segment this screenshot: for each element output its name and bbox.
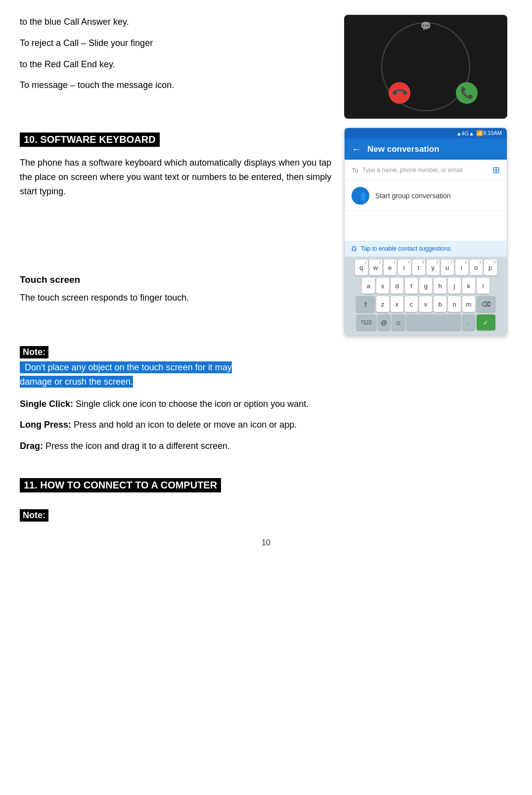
reject-call-button[interactable]: 📞 — [389, 82, 410, 104]
dot-key[interactable]: . — [462, 314, 475, 330]
note1-label: Note: — [20, 346, 48, 358]
num-key[interactable]: ?123 — [356, 314, 376, 330]
interaction-descriptions: Single Click: Single click one icon to c… — [20, 397, 512, 453]
empty-area — [345, 211, 507, 241]
shift-key[interactable]: ⇧ — [356, 296, 375, 312]
single-click-term: Single Click: — [20, 399, 73, 409]
group-conversation-row[interactable]: 👥 Start group conversation — [345, 181, 507, 211]
key-n[interactable]: n — [448, 296, 461, 312]
android-screenshot-container: ▲4G▲ 📶8:10AM ← New conversation To Type … — [344, 128, 512, 336]
long-press-term: Long Press: — [20, 420, 71, 430]
touchscreen-heading: Touch screen — [20, 272, 334, 287]
accept-call-button[interactable]: 📞 — [456, 82, 478, 104]
send-key[interactable]: ✓ — [477, 314, 495, 330]
key-x[interactable]: x — [391, 296, 403, 312]
keyboard-row-3: ⇧ z x c v b n m ⌫ — [347, 296, 505, 312]
note1-highlight: Don't place any object on the touch scre… — [20, 361, 232, 388]
google-logo: G — [352, 245, 357, 253]
key-z[interactable]: z — [376, 296, 389, 312]
key-w[interactable]: w2 — [369, 260, 382, 275]
page-number: 10 — [20, 538, 512, 547]
at-key[interactable]: @ — [378, 314, 391, 330]
key-h[interactable]: h — [434, 278, 446, 294]
key-c[interactable]: c — [405, 296, 418, 312]
key-q[interactable]: q1 — [355, 260, 368, 275]
grid-icon[interactable]: ⊞ — [492, 165, 500, 176]
status-bar: ▲4G▲ 📶8:10AM — [345, 128, 507, 138]
note1-text: Don't place any object on the touch scre… — [20, 360, 512, 389]
key-m[interactable]: m — [462, 296, 475, 312]
group-add-icon: 👥 — [355, 190, 366, 201]
call-screenshot: 💬 📞 📞 — [344, 15, 507, 119]
group-label: Start group conversation — [375, 192, 451, 200]
intro-para-3: to the Red Call End key. — [20, 57, 334, 72]
section10-body1: The phone has a software keyboard which … — [20, 156, 334, 198]
note2-section: Note: — [20, 509, 512, 524]
section-10: 10. SOFTWARE KEYBOARD The phone has a so… — [20, 128, 512, 336]
single-click-text: Single click one icon to choose the icon… — [76, 399, 309, 409]
title-bar: ← New conversation — [345, 138, 507, 160]
note2-label: Note: — [20, 509, 48, 522]
key-p[interactable]: p0 — [484, 260, 497, 275]
key-j[interactable]: j — [448, 278, 461, 294]
note1-label-row: Note: — [20, 346, 512, 360]
suggestions-bar[interactable]: G Tap to enable contact suggestions. — [345, 241, 507, 257]
key-s[interactable]: s — [376, 278, 389, 294]
touchscreen-body: The touch screen responds to finger touc… — [20, 291, 334, 305]
key-d[interactable]: d — [391, 278, 403, 294]
keyboard[interactable]: q1 w2 e3 r4 t5 y6 u7 i8 o9 p0 a s — [345, 257, 507, 336]
android-screenshot: ▲4G▲ 📶8:10AM ← New conversation To Type … — [344, 128, 507, 336]
section10-heading: 10. SOFTWARE KEYBOARD — [20, 128, 334, 156]
key-i[interactable]: i8 — [455, 260, 468, 275]
section10-text: 10. SOFTWARE KEYBOARD The phone has a so… — [20, 128, 334, 336]
key-a[interactable]: a — [362, 278, 375, 294]
intro-text: to the blue Call Answer key. To reject a… — [20, 15, 334, 119]
key-g[interactable]: g — [419, 278, 432, 294]
group-icon: 👥 — [352, 187, 369, 205]
key-r[interactable]: r4 — [398, 260, 411, 275]
back-button[interactable]: ← — [352, 143, 361, 155]
key-b[interactable]: b — [434, 296, 446, 312]
key-y[interactable]: y6 — [427, 260, 440, 275]
key-t[interactable]: t5 — [412, 260, 425, 275]
intro-para-1: to the blue Call Answer key. — [20, 15, 334, 29]
single-click-para: Single Click: Single click one icon to c… — [20, 397, 512, 411]
to-row[interactable]: To Type a name, phone number, or email ⊞ — [345, 160, 507, 181]
long-press-text: Press and hold an icon to delete or move… — [74, 420, 297, 430]
key-v[interactable]: v — [419, 296, 432, 312]
to-label: To — [352, 167, 358, 174]
note1-section: Note: Don't place any object on the touc… — [20, 346, 512, 389]
intro-para-4: To message – touch the message icon. — [20, 78, 334, 92]
drag-term: Drag: — [20, 441, 43, 451]
battery-time: 📶8:10AM — [476, 130, 502, 136]
section11-heading: 11. HOW TO CONNECT TO A COMPUTER — [20, 478, 221, 492]
backspace-key[interactable]: ⌫ — [477, 296, 495, 312]
key-u[interactable]: u7 — [441, 260, 454, 275]
key-f[interactable]: f — [405, 278, 418, 294]
conversation-title: New conversation — [367, 144, 440, 154]
long-press-para: Long Press: Press and hold an icon to de… — [20, 418, 512, 432]
space-key[interactable] — [406, 314, 461, 330]
keyboard-row-4: ?123 @ ☺ . ✓ — [347, 314, 505, 330]
emoji-key[interactable]: ☺ — [392, 314, 405, 330]
key-o[interactable]: o9 — [470, 260, 483, 275]
signal-icon: ▲4G▲ — [456, 131, 474, 136]
to-placeholder: Type a name, phone number, or email — [362, 167, 492, 174]
keyboard-row-1: q1 w2 e3 r4 t5 y6 u7 i8 o9 p0 — [347, 260, 505, 275]
keyboard-row-2: a s d f g h j k l — [347, 278, 505, 294]
drag-para: Drag: Press the icon and drag it to a di… — [20, 439, 512, 453]
key-l[interactable]: l — [477, 278, 489, 294]
key-e[interactable]: e3 — [384, 260, 397, 275]
message-icon: 💬 — [420, 21, 431, 32]
section-11: 11. HOW TO CONNECT TO A COMPUTER — [20, 473, 512, 501]
key-k[interactable]: k — [462, 278, 475, 294]
drag-text: Press the icon and drag it to a differen… — [45, 441, 230, 451]
intro-para-2: To reject a Call – Slide your finger — [20, 36, 334, 50]
call-screenshot-container: 💬 📞 📞 — [344, 15, 512, 119]
suggestions-text: Tap to enable contact suggestions. — [361, 245, 452, 252]
